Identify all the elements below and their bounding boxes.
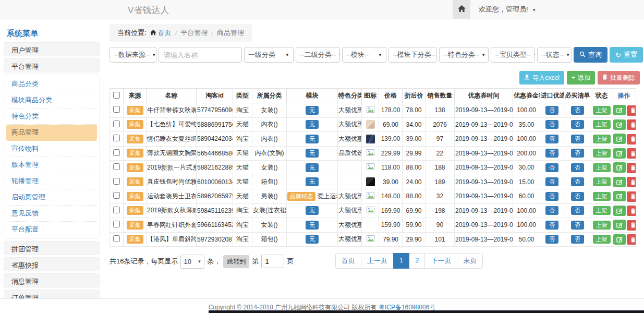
jump-page-input[interactable] [261, 255, 284, 268]
row-checkbox[interactable] [113, 135, 120, 141]
filter-feature-category-select[interactable]: --特色分类--▼ [439, 47, 489, 63]
status-badge[interactable]: 上架 [593, 106, 611, 115]
sidebar-item-1-5[interactable]: 版本管理 [6, 157, 97, 173]
edit-button[interactable] [613, 234, 626, 245]
status-badge[interactable]: 上架 [593, 163, 611, 172]
delete-button[interactable] [627, 148, 636, 159]
edit-button[interactable] [613, 134, 626, 144]
must-buy-toggle-badge[interactable]: 否 [571, 106, 584, 115]
page-button-3[interactable]: 2 [409, 253, 425, 269]
row-checkbox[interactable] [113, 221, 120, 227]
status-badge[interactable]: 上架 [593, 206, 611, 215]
select-all-checkbox[interactable] [113, 92, 120, 99]
sidebar-item-1-3[interactable]: 商品管理 [6, 125, 97, 141]
jump-button[interactable]: 跳转到 [223, 255, 249, 268]
sidebar-item-1-7[interactable]: 启动页管理 [6, 189, 97, 206]
filter-category-level2-select[interactable]: --二级分类--▼ [296, 47, 340, 63]
icp-link[interactable]: 粤ICP备16098006号 [379, 304, 435, 311]
row-checkbox[interactable] [113, 207, 120, 213]
page-button-1[interactable]: 上一页 [361, 253, 394, 269]
delete-button[interactable] [627, 220, 636, 231]
import-toggle-badge[interactable]: 否 [545, 106, 558, 115]
filter-item-type-select[interactable]: --宝贝类型--▼ [491, 47, 535, 63]
must-buy-toggle-badge[interactable]: 否 [571, 149, 584, 158]
sidebar-item-1-9[interactable]: 平台配置 [6, 222, 97, 237]
delete-button[interactable] [627, 163, 636, 173]
sidebar-item-1-1[interactable]: 模块商品分类 [6, 92, 97, 109]
delete-button[interactable] [627, 177, 636, 187]
sidebar-item-1-2[interactable]: 特色分类 [6, 109, 97, 125]
filter-status-select[interactable]: --状态--▼ [537, 47, 572, 63]
row-checkbox[interactable] [113, 149, 120, 156]
delete-button[interactable] [627, 119, 636, 130]
filter-category-level1-select[interactable]: 一级分类▼ [244, 47, 294, 63]
import-toggle-badge[interactable]: 否 [545, 177, 558, 186]
import-toggle-badge[interactable]: 否 [545, 235, 558, 244]
edit-button[interactable] [613, 162, 626, 173]
filter-module-select[interactable]: --模块--▼ [342, 47, 386, 63]
brand-title[interactable]: V省钱达人 [128, 4, 169, 16]
home-button[interactable] [453, 0, 470, 19]
status-badge[interactable]: 上架 [593, 177, 611, 186]
must-buy-toggle-badge[interactable]: 否 [571, 235, 584, 244]
sidebar-item-1-8[interactable]: 意见反馈 [6, 206, 97, 222]
sidebar-item-1-6[interactable]: 轮播管理 [6, 173, 97, 189]
row-checkbox[interactable] [113, 178, 120, 185]
sidebar-group-2[interactable]: 拼团管理 [4, 241, 100, 255]
sidebar-group-1[interactable]: 平台管理 [4, 58, 100, 73]
search-button[interactable]: 查询 [574, 47, 607, 63]
must-buy-toggle-badge[interactable]: 否 [571, 120, 584, 129]
add-button[interactable]: + 添加 [567, 71, 595, 85]
batch-delete-button[interactable]: 批量删除 [598, 71, 640, 85]
sidebar-group-4[interactable]: 消息管理 [4, 273, 100, 287]
status-badge[interactable]: 上架 [593, 221, 611, 230]
row-checkbox[interactable] [113, 192, 120, 199]
filter-data-source-select[interactable]: --数据来源--▼ [110, 47, 156, 63]
sidebar-group-0[interactable]: 用户管理 [4, 42, 100, 56]
sidebar-item-1-4[interactable]: 宣传物料 [6, 141, 97, 157]
filter-module-subcategory-select[interactable]: --模块下分类--▼ [388, 47, 437, 63]
edit-button[interactable] [613, 119, 626, 130]
page-button-0[interactable]: 首页 [335, 253, 361, 269]
must-buy-toggle-badge[interactable]: 否 [571, 163, 584, 172]
import-toggle-badge[interactable]: 否 [545, 120, 558, 129]
import-toggle-badge[interactable]: 否 [545, 206, 558, 215]
status-badge[interactable]: 上架 [593, 149, 611, 158]
delete-button[interactable] [627, 234, 636, 245]
delete-button[interactable] [627, 105, 636, 116]
row-checkbox[interactable] [113, 121, 120, 127]
must-buy-toggle-badge[interactable]: 否 [571, 135, 584, 143]
row-checkbox[interactable] [113, 235, 120, 242]
import-toggle-badge[interactable]: 否 [545, 221, 558, 230]
delete-button[interactable] [627, 206, 636, 216]
edit-button[interactable] [613, 206, 626, 216]
page-size-select[interactable]: 10 ▼ [180, 255, 204, 269]
import-excel-button[interactable]: 导入excel [519, 71, 564, 85]
edit-button[interactable] [613, 148, 626, 159]
delete-button[interactable] [627, 134, 636, 145]
breadcrumb-home-link[interactable]: 首页 [150, 28, 172, 38]
page-button-2[interactable]: 1 [393, 253, 409, 269]
page-button-4[interactable]: 下一页 [424, 253, 457, 269]
status-badge[interactable]: 上架 [593, 135, 611, 143]
edit-button[interactable] [613, 177, 626, 187]
status-badge[interactable]: 上架 [593, 235, 611, 244]
status-badge[interactable]: 上架 [593, 120, 611, 129]
page-button-5[interactable]: 末页 [457, 253, 483, 269]
row-checkbox[interactable] [113, 106, 120, 113]
reset-button[interactable]: ↻ 重置 [610, 47, 643, 63]
sidebar-group-5[interactable]: 订单管理 [4, 290, 100, 298]
status-badge[interactable]: 上架 [593, 192, 611, 201]
delete-button[interactable] [627, 191, 636, 202]
must-buy-toggle-badge[interactable]: 否 [571, 177, 584, 186]
must-buy-toggle-badge[interactable]: 否 [571, 221, 584, 230]
user-menu[interactable]: 欢迎您，管理员! ▼ [470, 5, 543, 14]
import-toggle-badge[interactable]: 否 [545, 149, 558, 158]
edit-button[interactable] [613, 220, 626, 230]
filter-product-name-input[interactable] [159, 47, 242, 63]
sidebar-group-3[interactable]: 省惠快报 [4, 257, 100, 271]
edit-button[interactable] [613, 105, 626, 115]
must-buy-toggle-badge[interactable]: 否 [571, 192, 584, 201]
import-toggle-badge[interactable]: 否 [545, 192, 558, 201]
row-checkbox[interactable] [113, 163, 120, 170]
